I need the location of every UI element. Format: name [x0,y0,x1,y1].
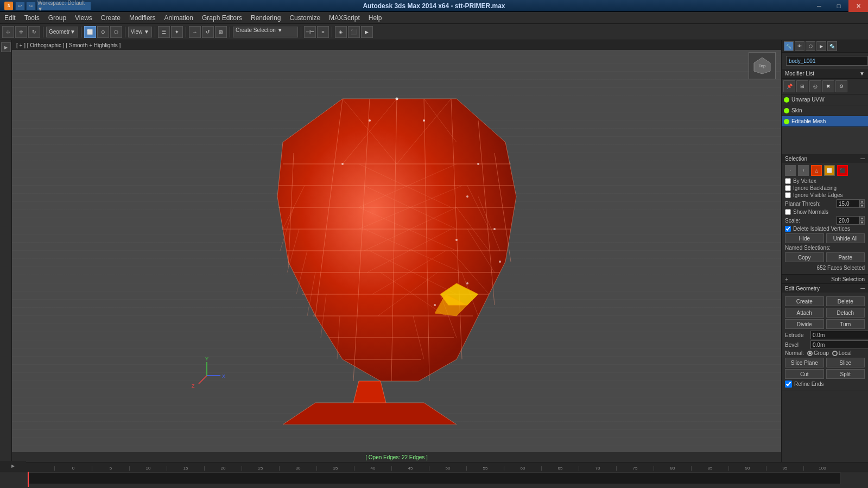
rotate-tool-btn[interactable]: ↻ [28,26,40,38]
collapse-selection-btn[interactable]: ─ [860,155,865,162]
svg-point-54 [369,119,371,122]
soft-selection-header[interactable]: + Soft Selection [782,275,868,283]
play-anim-btn[interactable]: ▶ [1,42,11,52]
menu-item-graph-editors[interactable]: Graph Editors [198,12,246,24]
modify-panel-btn[interactable]: 🔧 [784,41,794,51]
by-vertex-checkbox[interactable] [785,178,791,184]
group-radio[interactable]: Group [807,350,829,356]
modifier-skin[interactable]: Skin [782,105,868,116]
select-rect-btn[interactable]: ⬜ [84,26,96,38]
refine-ends-checkbox[interactable] [785,381,792,388]
rotate-btn[interactable]: ↺ [202,26,214,38]
modifier-unwrap-uvw[interactable]: Unwrap UVW [782,94,868,105]
object-name-input[interactable] [786,56,868,66]
modifier-editable-mesh[interactable]: Editable Mesh [782,116,868,127]
ignore-visible-edges-checkbox[interactable] [785,192,791,198]
scale-btn[interactable]: ⊠ [215,26,227,38]
mirror-btn[interactable]: ⊣⊢ [304,26,316,38]
menu-item-group[interactable]: Group [44,12,71,24]
menu-item-maxscript[interactable]: MAXScript [325,12,364,24]
menu-item-create[interactable]: Create [97,12,125,24]
select-circle-btn[interactable]: ⊙ [97,26,109,38]
menu-item-rendering[interactable]: Rendering [246,12,285,24]
slice-plane-btn[interactable]: Slice Plane [785,358,824,367]
redo-btn[interactable]: ↪ [26,2,36,10]
extrude-input[interactable] [810,331,868,339]
undo-btn[interactable]: ↩ [15,2,25,10]
attach-btn[interactable]: Attach [785,308,824,318]
menu-item-tools[interactable]: Tools [20,12,44,24]
element-mode-btn[interactable]: ⬛ [837,165,848,176]
select-fence-btn[interactable]: ⬡ [110,26,122,38]
menu-item-edit[interactable]: Edit [0,12,20,24]
workspace-btn[interactable]: Workspace: Default ▼ [37,2,91,10]
planar-thresh-input[interactable] [837,199,859,208]
show-normals-checkbox[interactable] [785,209,791,215]
hierarchy-panel-btn[interactable]: ⬡ [806,41,815,51]
viewport[interactable]: [ + ] [ Orthographic ] [ Smooth + Highli… [12,40,781,462]
collapse-edit-geo-btn[interactable]: ─ [860,285,865,291]
slice-btn[interactable]: Slice [826,358,865,367]
scale-input[interactable] [837,216,859,225]
menu-bar: EditToolsGroupViewsCreateModifiersAnimat… [0,12,868,24]
create-selection-input[interactable]: Create Selection ▼ [233,27,298,37]
hide-btn[interactable]: Hide [785,233,824,243]
turn-btn[interactable]: Turn [826,319,865,329]
local-radio[interactable]: Local [832,350,852,356]
menu-item-animation[interactable]: Animation [160,12,198,24]
utility-panel-btn[interactable]: 🔩 [827,41,837,51]
bevel-input[interactable] [810,340,868,349]
polygon-mode-btn[interactable]: ⬜ [824,165,835,176]
motion-panel-btn[interactable]: ▶ [816,41,826,51]
pin-mod-btn[interactable]: 📌 [783,80,795,92]
move-tool-btn[interactable]: ✛ [15,26,27,38]
selection-header[interactable]: Selection ─ [782,154,868,163]
remove-mod-btn[interactable]: ✖ [822,80,834,92]
align-btn[interactable]: ≡ [317,26,329,38]
delete-btn[interactable]: Delete [826,296,865,306]
planar-thresh-down[interactable]: ▼ [859,204,865,208]
menu-item-modifiers[interactable]: Modifiers [125,12,160,24]
select-tool-btn[interactable]: ⊹ [2,26,14,38]
planar-thresh-up[interactable]: ▲ [859,199,865,204]
detach-btn[interactable]: Detach [826,308,865,318]
scale-up[interactable]: ▲ [859,216,865,220]
minimize-btn[interactable]: ─ [809,0,829,12]
view-cube[interactable]: Top [749,52,776,79]
make-unique-btn[interactable]: ◎ [809,80,821,92]
menu-item-help[interactable]: Help [364,12,387,24]
close-btn[interactable]: ✕ [848,0,868,12]
vertex-mode-btn[interactable]: · [785,165,796,176]
display-panel-btn[interactable]: 👁 [795,41,804,51]
scale-down[interactable]: ▼ [859,220,865,225]
view-dropdown[interactable]: View ▼ [128,27,152,37]
edit-geometry-header[interactable]: Edit Geometry ─ [782,284,868,293]
create-btn[interactable]: Create [785,296,824,306]
split-btn[interactable]: Split [826,369,865,379]
show-end-result-btn[interactable]: ⊞ [796,80,808,92]
paste-sel-btn[interactable]: Paste [826,252,865,262]
divide-btn[interactable]: Divide [785,319,824,329]
cut-btn[interactable]: Cut [785,369,824,379]
timeline-track[interactable] [27,472,841,484]
unhide-all-btn[interactable]: Unhide All [826,233,865,243]
geometry-dropdown[interactable]: Geometr▼ [46,27,78,37]
timeline-needle[interactable] [28,472,29,487]
select-filter-btn[interactable]: ✦ [171,26,183,38]
timeline-play-btn[interactable]: ▶ [0,461,26,471]
render-btn[interactable]: ▶ [361,26,373,38]
ignore-backfacing-checkbox[interactable] [785,185,791,191]
menu-item-customize[interactable]: Customize [285,12,325,24]
move-btn[interactable]: ↔ [189,26,201,38]
expand-soft-sel-btn[interactable]: + [785,276,788,282]
select-by-name-btn[interactable]: ☰ [158,26,170,38]
edge-mode-btn[interactable]: / [798,165,809,176]
face-mode-btn[interactable]: △ [811,165,822,176]
material-editor-btn[interactable]: ◈ [335,26,347,38]
menu-item-views[interactable]: Views [71,12,97,24]
delete-isolated-checkbox[interactable] [785,226,791,232]
config-mod-btn[interactable]: ⚙ [835,80,847,92]
maximize-btn[interactable]: □ [829,0,848,12]
render-setup-btn[interactable]: ⬛ [348,26,360,38]
copy-sel-btn[interactable]: Copy [785,252,824,262]
